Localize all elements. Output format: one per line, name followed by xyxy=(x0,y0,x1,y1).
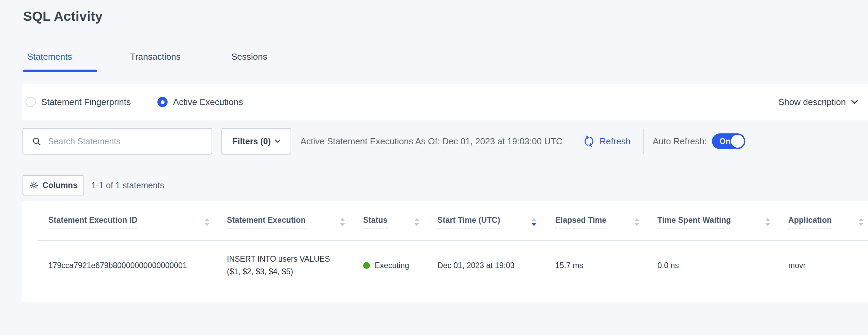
column-header-start-time[interactable]: Start Time (UTC) xyxy=(437,216,500,229)
tab-sessions[interactable]: Sessions xyxy=(231,50,267,63)
sql-activity-page: SQL Activity Statements Transactions Ses… xyxy=(0,0,868,335)
columns-button[interactable]: Columns xyxy=(22,175,84,195)
auto-refresh-toggle[interactable]: On xyxy=(712,133,745,149)
sort-icon[interactable] xyxy=(414,218,419,227)
radio-label: Statement Fingerprints xyxy=(41,97,131,107)
radio-active-executions[interactable]: Active Executions xyxy=(157,84,243,120)
radio-statement-fingerprints[interactable]: Statement Fingerprints xyxy=(26,84,131,120)
refresh-icon xyxy=(583,135,595,147)
column-header-time-spent-waiting[interactable]: Time Spent Waiting xyxy=(657,216,731,229)
row-divider xyxy=(37,291,868,291)
search-box[interactable] xyxy=(22,128,212,155)
cell-time-spent-waiting: 0.0 ns xyxy=(657,240,679,291)
cell-elapsed-time: 15.7 ms xyxy=(555,240,583,291)
sort-icon[interactable] xyxy=(340,218,345,227)
show-description-button[interactable]: Show description xyxy=(778,84,858,120)
sort-icon[interactable] xyxy=(765,218,770,227)
column-header-status[interactable]: Status xyxy=(363,216,388,229)
radio-unchecked-icon[interactable] xyxy=(26,97,36,107)
column-header-application[interactable]: Application xyxy=(788,216,832,229)
as-of-text: Active Statement Executions As Of: Dec 0… xyxy=(300,128,562,155)
sort-icon-active-desc[interactable] xyxy=(531,218,537,227)
gear-icon xyxy=(29,181,38,190)
chevron-down-icon xyxy=(275,140,280,143)
sort-icon[interactable] xyxy=(204,218,210,227)
results-count: 1-1 of 1 statements xyxy=(91,175,164,195)
show-description-label: Show description xyxy=(778,97,846,107)
tab-statements[interactable]: Statements xyxy=(27,50,72,63)
tabs-baseline xyxy=(14,72,868,72)
sort-icon[interactable] xyxy=(858,218,864,227)
page-title: SQL Activity xyxy=(23,9,103,24)
search-icon xyxy=(32,137,41,146)
column-header-elapsed-time[interactable]: Elapsed Time xyxy=(555,216,606,229)
filters-label: Filters (0) xyxy=(232,136,271,146)
table-toolbar: Columns 1-1 of 1 statements xyxy=(0,175,868,195)
cell-status: Executing xyxy=(363,240,409,291)
cell-statement: INSERT INTO users VALUES ($1, $2, $3, $4… xyxy=(227,240,342,291)
refresh-label: Refresh xyxy=(600,136,631,147)
cell-application: movr xyxy=(788,240,806,291)
vertical-divider xyxy=(643,129,644,154)
search-input[interactable] xyxy=(48,136,205,146)
cell-start-time: Dec 01, 2023 at 19:03 xyxy=(437,240,514,291)
view-mode-card: Statement Fingerprints Active Executions… xyxy=(22,84,868,120)
status-dot-icon xyxy=(363,262,370,269)
statements-table: Statement Execution ID Statement Executi… xyxy=(22,201,868,302)
toggle-state-label: On xyxy=(719,133,730,149)
status-label: Executing xyxy=(375,261,409,270)
controls-row: Filters (0) Active Statement Executions … xyxy=(0,128,868,155)
tab-transactions[interactable]: Transactions xyxy=(130,50,181,63)
columns-label: Columns xyxy=(43,180,78,190)
sort-icon[interactable] xyxy=(634,218,639,227)
radio-label: Active Executions xyxy=(173,97,243,107)
cell-execution-id: 179cca7921e679b80000000000000001 xyxy=(48,240,187,291)
column-header-statement-execution-id[interactable]: Statement Execution ID xyxy=(48,216,137,229)
filters-button[interactable]: Filters (0) xyxy=(221,128,291,155)
auto-refresh-label: Auto Refresh: xyxy=(653,128,707,155)
table-row: 179cca7921e679b80000000000000001 INSERT … xyxy=(22,240,868,291)
refresh-button[interactable]: Refresh xyxy=(583,128,631,155)
chevron-down-icon xyxy=(851,100,858,104)
active-tab-indicator xyxy=(23,70,97,72)
radio-checked-icon[interactable] xyxy=(157,97,168,107)
column-header-statement-execution[interactable]: Statement Execution xyxy=(227,216,306,229)
toggle-knob[interactable] xyxy=(731,135,744,148)
